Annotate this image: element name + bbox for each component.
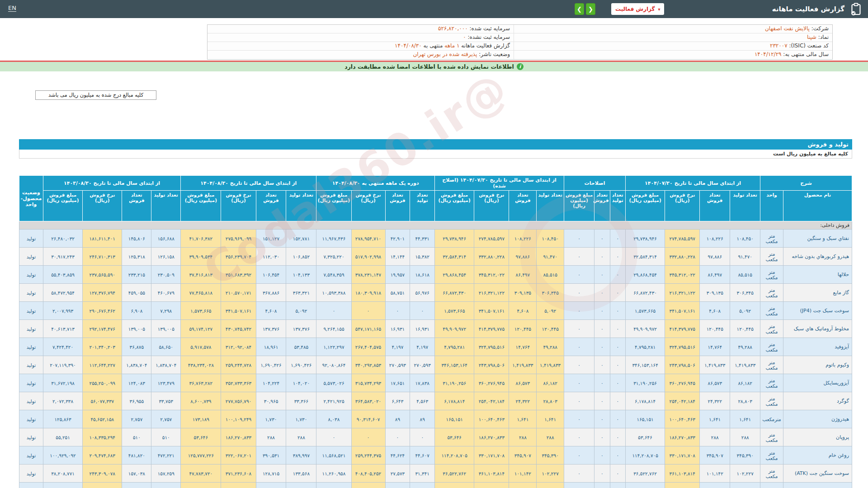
product-status: تولید: [19, 284, 43, 302]
field-label: کد صنعت (ISIC):: [789, 42, 829, 49]
cell-ytd-0: ۳۳,۳۶۶: [286, 392, 316, 410]
report-type-dropdown[interactable]: ▾ گزارش فعالیت: [611, 0, 664, 18]
cell-prev-3: ۷,۴۲۴,۴۲۰: [43, 338, 82, 356]
cell-period-1: ۲۷,۵۷۳: [385, 465, 410, 483]
cell-period-2: ۳۶۴,۵۸۳,۰۲۰: [351, 392, 385, 410]
cell-period-2: ۰: [351, 428, 385, 446]
cell-adj-0: ۰: [610, 356, 625, 374]
cell-prev-2: ۱۸۱,۶۱۱,۴۰۱: [83, 230, 122, 248]
field-value: ۰: [463, 34, 466, 40]
cell-period-1: ۴۴,۶۲۴: [385, 446, 410, 465]
product-status: تولید: [19, 248, 43, 266]
amounts-unit-tab[interactable]: کلیه مبالغ درج شده به میلیون ریال می باش…: [35, 90, 156, 100]
cell-adjusted-0: ۳۴۵,۳۹۰: [537, 446, 564, 465]
cell-prev-0: ۱۲۶,۱۵۸: [151, 248, 181, 266]
cell-period-2: ۹۰,۳۱۴,۶۰۷: [351, 410, 385, 428]
cell-adjusted-3: ۲۹,۷۳۸,۹۴۶: [435, 230, 474, 248]
symbol-field: نماد: شپنا: [514, 33, 832, 42]
column-ytd-0: تعداد تولید: [286, 191, 316, 221]
registered-capital-field: سرمایه ثبت شده: ۵۲۶,۸۲۰,۰۰۰: [208, 25, 514, 33]
notice-text: اطلاعات نمایش داده شده با اطلاعات امضا ش…: [344, 63, 514, 70]
cell-period-3: ۰: [316, 428, 351, 446]
cell-period-0: ۴۴,۶۰۷: [410, 446, 435, 465]
cell-ytd-0: ۱۰۴,۰۲۰: [286, 374, 316, 392]
cell-prev-2: ۲۹۰,۶۷۶,۴۶۲: [83, 302, 122, 320]
cell-adj-1: ۰: [594, 266, 610, 284]
cell-cur-1: ۱۴,۷۶۴: [700, 338, 730, 356]
next-report-button[interactable]: ❯: [575, 3, 584, 15]
cell-ytd-1: ۱۱۲,۰۳۰: [256, 248, 286, 266]
product-unit: متر مکعب: [760, 248, 783, 266]
cell-prev-3: ۵۵,۴۰۳,۸۵۹: [43, 266, 82, 284]
column-adjusted-1: تعداد فروش: [509, 191, 537, 221]
cell-cur-3: ۳۶,۵۲۲,۷۶۲: [625, 465, 665, 483]
group-prev: از ابتدای سال مالی تا تاریخ ۱۴۰۳/۰۸/۳۰: [43, 176, 180, 191]
cell-prev-2: ۲۳۷,۵۶۵,۵۹۰: [83, 266, 122, 284]
cell-period-3: ۷,۵۴۸,۳۵۹: [316, 266, 351, 284]
cell-cur-2: ۳۳۰,۱۷۱,۷۰۸: [665, 446, 700, 465]
cell-cur-0: ۳۰۶,۳۴۵: [730, 284, 760, 302]
cell-prev-1: ۲۳۳,۲۱۵: [122, 266, 151, 284]
cell-period-1: ۰: [385, 483, 410, 488]
cell-adjusted-3: ۶,۱۷۸,۸۱۴: [435, 392, 474, 410]
cell-prev-2: ۱۱۲,۶۴۴,۲۲۷: [83, 356, 122, 374]
cell-cur-3: ۴۹,۹۰۹,۹۷۲: [625, 320, 665, 338]
table-row: وکیوم باتوممتر مکعب۱,۴۱۹,۸۳۳۱,۴۱۹,۸۳۳۲۴۳…: [19, 356, 852, 374]
cell-adjusted-2: ۲۷۴,۷۸۵,۵۹۷: [474, 230, 509, 248]
cell-cur-0: ۱,۶۴۱: [730, 410, 760, 428]
cell-prev-2: ۲۵۵,۲۵۰,۰۹۹: [83, 374, 122, 392]
cell-ytd-3: ۸,۶۰۰,۷۳۹: [181, 392, 221, 410]
cell-adjusted-0: ۵,۰۹۲: [537, 302, 564, 320]
cell-cur-1: ۳۰۹,۱۳۵: [700, 284, 730, 302]
listing-status-field: وضعیت ناشر: پذیرفته شده در بورس تهران: [208, 51, 514, 59]
cell-adjusted-0: ۸۶,۱۸۲: [537, 374, 564, 392]
product-status: تولید: [19, 356, 43, 374]
cell-cur-0: ۱,۴۱۹,۸۳۳: [730, 356, 760, 374]
table-row: آیزوریسایکلمتر مکعب۸۶,۱۸۲۸۶,۵۷۳۳۶۰,۲۷۶,۹…: [19, 374, 852, 392]
cell-adj-0: ۰: [610, 302, 625, 320]
cell-ytd-2: ۳۱۲,۰۹۲,۰۸۴: [221, 338, 256, 356]
cell-period-3: ۵,۵۷۳,۰۲۶: [316, 374, 351, 392]
cell-period-0: ۰: [410, 483, 435, 488]
chevron-left-icon: ❮: [588, 6, 593, 13]
cell-cur-2: ۲۵۴,۰۴۲,۱۸۴: [665, 392, 700, 410]
production-sales-table: شرحاز ابتدای سال مالی تا تاریخ ۱۴۰۴/۰۷/۳…: [19, 175, 852, 488]
cell-adjusted-3: ۳۶,۵۲۲,۷۶۲: [435, 465, 474, 483]
cell-cur-1: ۹۷,۸۸۶: [700, 248, 730, 266]
cell-cur-3: ۲۹,۷۳۸,۹۴۶: [625, 230, 665, 248]
field-label: سرمایه ثبت شده:: [469, 25, 510, 32]
cell-adjusted-1: ۱,۴۱۹,۸۳۳: [509, 356, 537, 374]
cell-adjusted-1: ۱۰۸,۲۲۶: [509, 230, 537, 248]
cell-adjusted-2: ۲۴۳,۷۹۸,۵۰۶: [474, 356, 509, 374]
cell-cur-1: ۵,۰۸۶: [700, 483, 730, 488]
cell-adj-2: ۰: [564, 248, 594, 266]
cell-ytd-1: ۱,۷۳۰: [256, 410, 286, 428]
cell-adj-1: ۰: [594, 446, 610, 465]
cell-ytd-3: ۴۳۸,۲۳۴,۰۲۸: [181, 356, 221, 374]
cell-adj-2: ۰: [564, 428, 594, 446]
cell-adj-2: ۰: [564, 446, 594, 465]
table-row: پروپانمتر مکعب۲۸۸۲۸۸۱۸۶,۲۷۰,۸۳۳۵۳,۶۴۶۰۰۰…: [19, 428, 852, 446]
cell-ytd-1: ۲۸۸: [256, 428, 286, 446]
cell-prev-1: ۲,۷۵۷: [122, 410, 151, 428]
unregistered-capital-field: سرمایه ثبت نشده: ۰: [208, 33, 514, 42]
prev-report-button[interactable]: ❮: [586, 3, 595, 15]
column-cur-0: تعداد تولید: [730, 191, 760, 221]
product-unit: متر مکعب: [760, 446, 783, 465]
cell-adj-1: ۰: [594, 428, 610, 446]
column-adjusted-2: نرخ فروش (ریال): [474, 191, 509, 221]
cell-ytd-2: ۳۳۶,۰۲۳,۷۹۱: [221, 483, 256, 488]
cell-adjusted-3: ۳۲,۵۸۴,۳۱۴: [435, 248, 474, 266]
language-toggle[interactable]: EN: [8, 5, 16, 12]
field-value: ۱۴۰۴/۱۲/۲۹: [755, 51, 782, 57]
cell-cur-2: ۳۴۱,۵۰۷,۱۶۱: [665, 302, 700, 320]
cell-adjusted-2: ۴۱۴,۳۷۹,۷۷۵: [474, 320, 509, 338]
cell-adjusted-0: ۲۸,۸۰۳: [537, 392, 564, 410]
cell-period-1: ۱۶,۹۳۱: [385, 320, 410, 338]
product-status: تولید: [19, 410, 43, 428]
product-name: پروپان: [783, 428, 852, 446]
product-unit: مترمکعب: [760, 410, 783, 428]
cell-adj-1: ۰: [594, 465, 610, 483]
cell-prev-0: ۱۳۹,۰۰۵: [151, 320, 181, 338]
cell-ytd-0: ۱۳۳,۵۶۸: [286, 465, 316, 483]
